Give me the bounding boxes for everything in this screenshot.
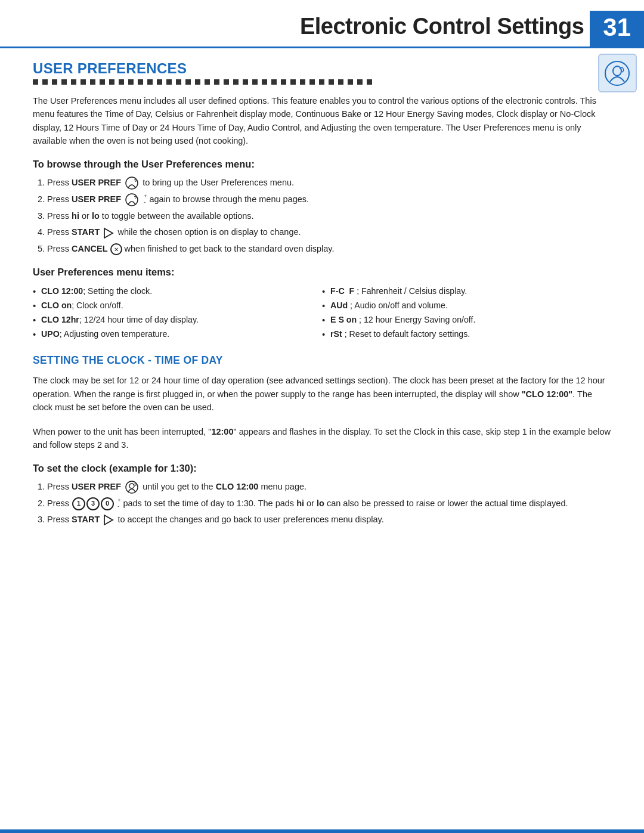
user-pref-icon-inline [125,176,139,190]
bullet-sq [338,79,343,85]
bullet-sq [195,79,200,85]
clock-para2: When power to the unit has been interrup… [33,425,611,452]
menu-items-columns: CLO 12:00; Setting the clock. CLO on; Cl… [33,284,611,342]
bullet-sq [367,79,372,85]
bullet-sq [224,79,229,85]
clock-section: SETTING THE CLOCK - TIME OF DAY The cloc… [33,354,611,451]
cancel-icon: ✕ [110,243,122,255]
start-icon-clock [103,514,114,526]
svg-marker-9 [104,515,113,525]
bullet-sq [176,79,181,85]
bullet-sq [119,79,124,85]
bullet-sq [319,79,324,85]
menu-item-cloon: CLO on; Clock on/off. [33,298,322,312]
menu-item-aud: AUd ; Audio on/off and volume. [322,298,611,312]
browse-section: To browse through the User Preferences m… [33,159,611,256]
menu-item-clo1200: CLO 12:00; Setting the clock. [33,284,322,298]
clock-para1: The clock may be set for 12 or 24 hour t… [33,374,611,414]
bullet-sq [214,79,219,85]
menu-items-col1: CLO 12:00; Setting the clock. CLO on; Cl… [33,284,322,342]
browse-step-2: Press USER PREF +- again to browse throu… [47,193,611,207]
svg-point-0 [605,61,629,85]
clock-section-title: SETTING THE CLOCK - TIME OF DAY [33,354,611,367]
menu-item-es: E S on ; 12 hour Energy Saving on/off. [322,312,611,327]
bullet-sq [138,79,143,85]
svg-point-2 [126,177,138,189]
numpad-3-icon: 3 [86,497,100,510]
bullet-sq [357,79,363,85]
menu-items-col2: F-C F ; Fahrenheit / Celsius display. AU… [322,284,611,342]
bullet-sq [281,79,286,85]
page-title: Electronic Control Settings [0,14,590,44]
user-pref-icon-inline-2 [125,193,139,207]
user-preferences-title: USER PREFERENCES [33,60,611,77]
bottom-bar [0,829,644,833]
clock-step-2: Press 130 +- pads to set the time of day… [47,497,611,510]
bullet-sq [80,79,86,85]
clock-example-steps: Press USER PREF until you get to the CLO… [47,480,611,527]
user-preferences-section: USER PREFERENCES [33,60,611,148]
bullet-sq [61,79,67,85]
bullet-sq [71,79,76,85]
menu-item-upo: UPO; Adjusting oven temperature. [33,327,322,341]
menu-items-section: User Preferences menu items: CLO 12:00; … [33,267,611,342]
user-pref-icon [604,60,630,86]
page-number: 31 [590,11,644,47]
page-header: Electronic Control Settings 31 [0,0,644,48]
browse-step-5: Press CANCEL ✕ when finished to get back… [47,242,611,256]
bullet-sq [290,79,296,85]
user-pref-icon-clock [125,480,139,494]
bullet-sq [90,79,95,85]
menu-item-rst: rSt ; Reset to default factory settings. [322,327,611,341]
numpad-1-icon: 1 [72,497,85,510]
browse-steps-list: Press USER PREF to bring up the User Pre… [47,176,611,256]
bullet-sq [128,79,134,85]
menu-item-fc: F-C F ; Fahrenheit / Celsius display. [322,284,611,298]
sidebar-icon-box [598,54,637,92]
numpad-0-icon: 0 [101,497,114,510]
bullet-sq [309,79,315,85]
svg-point-8 [129,484,134,488]
browse-step-1: Press USER PREF to bring up the User Pre… [47,176,611,190]
bullet-sq [185,79,191,85]
browse-step-4: Press START while the chosen option is o… [47,225,611,239]
menu-items-heading: User Preferences menu items: [33,267,611,278]
svg-marker-6 [104,228,113,238]
main-content: USER PREFERENCES [0,48,644,555]
bullet-sq [262,79,267,85]
bullet-divider [33,79,611,85]
browse-step-3: Press hi or lo to toggle between the ava… [47,209,611,223]
bullet-sq [33,79,38,85]
bullet-sq [300,79,305,85]
bullet-sq [271,79,277,85]
start-icon [103,227,114,239]
bullet-sq [233,79,239,85]
bullet-sq [205,79,210,85]
user-preferences-intro: The User Preferences menu includes all u… [33,94,611,148]
bullet-sq [243,79,248,85]
clock-step-1: Press USER PREF until you get to the CLO… [47,480,611,494]
clock-step-3: Press START to accept the changes and go… [47,513,611,527]
clock-example-heading: To set the clock (example for 1:30): [33,463,611,474]
svg-point-7 [126,481,138,493]
svg-point-4 [126,194,138,206]
menu-item-clo12hr: CLO 12hr; 12/24 hour time of day display… [33,312,322,327]
bullet-sq [348,79,353,85]
bullet-sq [52,79,57,85]
clock-example-section: To set the clock (example for 1:30): Pre… [33,463,611,527]
bullet-sq [109,79,114,85]
bullet-sq [329,79,334,85]
sidebar-icon-area [590,42,644,92]
bullet-sq [147,79,153,85]
bullet-sq [252,79,258,85]
bullet-sq [42,79,48,85]
bullet-sq [157,79,162,85]
browse-heading: To browse through the User Preferences m… [33,159,611,170]
bullet-sq [166,79,172,85]
bullet-sq [100,79,105,85]
